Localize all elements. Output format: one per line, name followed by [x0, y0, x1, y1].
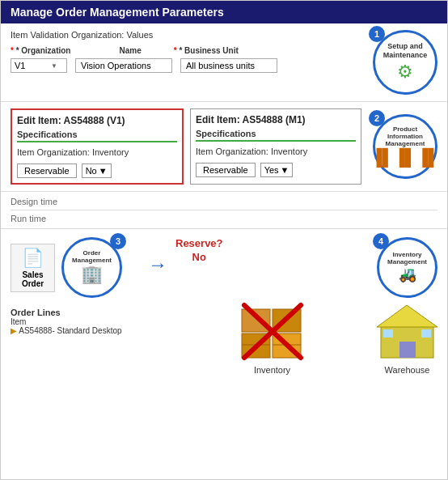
edit-item-m1-org: Item Organization: Inventory — [196, 147, 356, 156]
inventory-mgmt-circle: 4 Inventory Management 🚜 — [377, 237, 437, 298]
gear-icon: ⚙ — [397, 62, 413, 83]
circle-4-number: 4 — [373, 233, 389, 249]
building-icon: 🏢 — [81, 264, 103, 285]
warehouse-image-wrapper — [377, 301, 437, 362]
forklift-icon: 🚜 — [399, 265, 416, 283]
name-label: Name — [119, 46, 141, 55]
top-section: Item Validation Organization: Values * O… — [1, 23, 447, 102]
reservable-v1-select[interactable]: No ▼ — [82, 164, 112, 178]
reservable-m1-row: Reservable Yes ▼ — [196, 163, 356, 177]
edit-item-v1-org: Item Organization: Inventory — [17, 147, 177, 157]
svg-rect-11 — [383, 329, 393, 338]
right-panel-top: Reserve? No 4 Inventory Management 🚜 — [175, 237, 437, 298]
edit-item-v1-title: Edit Item: AS54888 (V1) — [17, 115, 177, 126]
sales-order-area: 📄 Sales Order 3 Order Management 🏢 — [11, 237, 122, 298]
org-field: * Organization — [11, 46, 70, 55]
edit-item-m1-specs: Specifications — [196, 129, 356, 142]
product-info-circle: 2 Product Information Management ▐▌▐▌▐▌ — [373, 114, 437, 179]
org-dropdown-arrow[interactable]: ▼ — [51, 62, 57, 70]
right-panel: Reserve? No 4 Inventory Management 🚜 — [175, 237, 437, 375]
inventory-boxes-svg — [240, 301, 305, 362]
design-time-label: Design time — [11, 197, 437, 210]
circle-2-number: 2 — [369, 110, 385, 126]
item-label: Item — [11, 317, 122, 326]
inventory-section: Inventory — [175, 301, 369, 375]
left-panel: 📄 Sales Order 3 Order Management 🏢 Order… — [11, 237, 140, 335]
circle-4-text: Inventory Management — [387, 252, 427, 266]
reserve-question-area: Reserve? No — [175, 237, 223, 265]
edit-item-m1-card: Edit Item: AS54888 (M1) Specifications I… — [190, 108, 361, 185]
warehouse-label: Warehouse — [385, 365, 430, 375]
bu-field-header: * Business Unit — [174, 46, 239, 55]
reservable-v1-button[interactable]: Reservable — [17, 164, 77, 178]
edit-items-section: Edit Item: AS54888 (V1) Specifications I… — [1, 102, 447, 192]
setup-circle-area: 1 Setup and Maintenance ⚙ — [373, 30, 437, 95]
org-value[interactable] — [15, 61, 51, 70]
edit-item-m1-title: Edit Item: AS54888 (M1) — [196, 114, 356, 125]
warehouse-svg — [377, 301, 437, 362]
form-area: Item Validation Organization: Values * O… — [11, 30, 373, 76]
order-mgmt-circle: 3 Order Management 🏢 — [61, 237, 122, 298]
main-container: Manage Order Management Parameters Item … — [0, 0, 448, 480]
subtitle: Item Validation Organization: Values — [11, 30, 373, 40]
bottom-section: 📄 Sales Order 3 Order Management 🏢 Order… — [1, 229, 447, 383]
edit-item-v1-card: Edit Item: AS54888 (V1) Specifications I… — [11, 108, 184, 185]
setup-maintenance-circle: 1 Setup and Maintenance ⚙ — [373, 30, 437, 95]
design-runtime-section: Design time Run time — [1, 192, 447, 229]
inventory-label: Inventory — [254, 365, 290, 375]
arrow-section: → — [148, 237, 167, 276]
form-header-row: * Organization Name * Business Unit — [11, 46, 373, 55]
circle-1-number: 1 — [369, 26, 385, 42]
run-time-label: Run time — [11, 214, 437, 223]
reservable-m1-button[interactable]: Reservable — [196, 163, 256, 177]
order-lines-title: Order Lines — [11, 308, 122, 317]
warehouse-section: Warehouse — [377, 301, 437, 375]
svg-marker-9 — [377, 305, 437, 327]
name-field-header: Name — [119, 46, 141, 55]
svg-rect-10 — [399, 342, 416, 358]
order-lines-section: Order Lines Item ▶ AS54888- Standard Des… — [11, 308, 122, 335]
reservable-m1-select[interactable]: Yes ▼ — [260, 163, 294, 177]
reservable-v1-dropdown-arrow[interactable]: ▼ — [99, 166, 108, 176]
org-input[interactable]: ▼ — [11, 58, 67, 73]
item-value: ▶ AS54888- Standard Desktop — [11, 326, 122, 335]
sales-order-label: Sales Order — [18, 270, 48, 288]
right-panel-content: Inventory — [175, 301, 437, 375]
item-arrow-icon: ▶ — [11, 326, 17, 335]
circle-2-text: Product Information Management — [386, 126, 425, 147]
barcode-icon: ▐▌▐▌▐▌ — [370, 148, 439, 167]
sales-order-box: 📄 Sales Order — [11, 244, 55, 292]
sales-order-icon: 📄 — [22, 248, 44, 269]
circle-3-number: 3 — [110, 233, 126, 249]
reservable-v1-row: Reservable No ▼ — [17, 164, 177, 178]
reservable-m1-dropdown-arrow[interactable]: ▼ — [281, 165, 290, 175]
bu-label: * Business Unit — [174, 46, 239, 55]
edit-item-v1-specs: Specifications — [17, 130, 177, 142]
org-label: * Organization — [11, 46, 70, 55]
circle-1-text: Setup and Maintenance — [383, 42, 428, 60]
right-arrow-icon: → — [148, 253, 167, 276]
circle-3-text: Order Management — [72, 250, 112, 265]
inventory-image-wrapper — [240, 301, 305, 362]
page-title: Manage Order Management Parameters — [11, 6, 224, 19]
title-bar: Manage Order Management Parameters — [1, 1, 447, 23]
product-info-area: 2 Product Information Management ▐▌▐▌▐▌ — [368, 108, 437, 185]
name-value: Vision Operations — [75, 58, 172, 73]
svg-rect-12 — [421, 329, 431, 338]
form-values-row: ▼ Vision Operations All business units — [11, 58, 373, 73]
bu-value: All business units — [180, 58, 277, 73]
